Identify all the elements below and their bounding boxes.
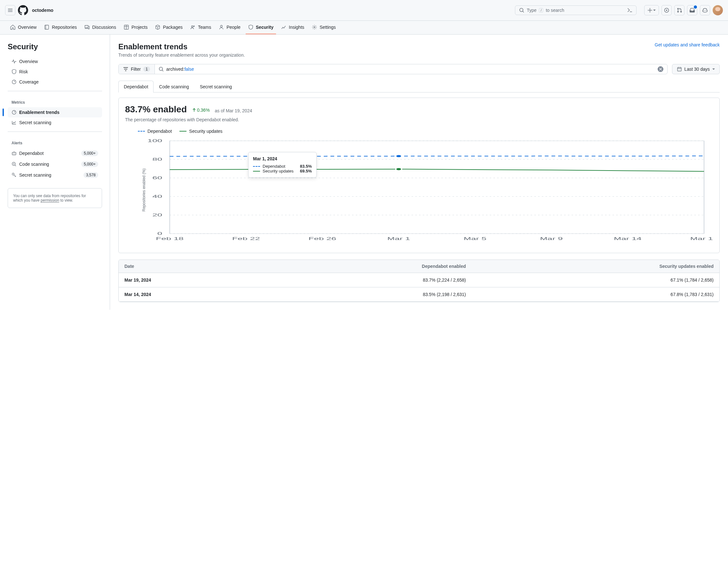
legend-security-updates: Security updates <box>179 129 222 134</box>
issue-icon <box>664 8 669 13</box>
nav-teams[interactable]: Teams <box>188 21 214 34</box>
tab-secret-scanning[interactable]: Secret scanning <box>194 81 237 93</box>
pull-requests-button[interactable] <box>674 5 684 15</box>
search-icon <box>159 67 164 72</box>
nav-overview[interactable]: Overview <box>8 21 39 34</box>
sidebar-secret-scanning[interactable]: Secret scanning3,578 <box>8 170 102 180</box>
sidebar-enablement-trends[interactable]: Enablement trends <box>8 107 102 118</box>
nav-people[interactable]: People <box>216 21 243 34</box>
search-placeholder-prefix: Type <box>527 8 537 13</box>
svg-point-7 <box>191 26 193 27</box>
copilot-button[interactable] <box>700 5 710 15</box>
security-sidebar: Security Overview Risk Coverage Metrics … <box>0 34 110 310</box>
clear-filter-button[interactable] <box>658 66 664 72</box>
hamburger-menu-button[interactable] <box>5 5 15 15</box>
feedback-link[interactable]: Get updates and share feedback <box>655 42 720 47</box>
nav-security[interactable]: Security <box>246 21 276 34</box>
project-icon <box>124 25 129 30</box>
sidebar-code-scanning[interactable]: Code scanning5,000+ <box>8 159 102 170</box>
svg-text:Mar 1: Mar 1 <box>387 236 410 241</box>
key-icon <box>11 173 17 178</box>
sidebar-coverage[interactable]: Coverage <box>8 77 102 87</box>
filter-icon <box>123 67 128 72</box>
svg-rect-2 <box>45 25 49 29</box>
inbox-icon <box>690 8 695 13</box>
sidebar-risk[interactable]: Risk <box>8 67 102 77</box>
sidebar-overview[interactable]: Overview <box>8 56 102 67</box>
person-icon <box>219 25 224 30</box>
svg-line-18 <box>15 165 16 166</box>
permission-info-box: You can only see data from repositories … <box>8 188 102 208</box>
issues-button[interactable] <box>661 5 672 15</box>
svg-point-10 <box>314 27 315 28</box>
create-new-button[interactable] <box>644 5 659 15</box>
page-subtitle: Trends of security feature enablement ac… <box>118 52 720 58</box>
sidebar-title: Security <box>8 42 102 51</box>
github-logo[interactable] <box>18 5 28 15</box>
filter-button[interactable]: Filter 1 <box>119 64 155 74</box>
sidebar-secret-scanning-metrics[interactable]: Secret scanning <box>8 118 102 128</box>
svg-text:Mar 19: Mar 19 <box>690 236 713 241</box>
meter-icon <box>11 79 17 84</box>
table-row: Mar 19, 202483.7% (2,224 / 2,658)67.1% (… <box>119 273 719 287</box>
svg-point-19 <box>14 164 15 165</box>
nav-discussions[interactable]: Discussions <box>82 21 119 34</box>
date-range-button[interactable]: Last 30 days <box>672 64 720 74</box>
caret-down-icon <box>712 68 715 70</box>
nav-repositories[interactable]: Repositories <box>42 21 79 34</box>
codescan-icon <box>11 161 17 167</box>
permission-link[interactable]: permission <box>41 198 59 203</box>
search-icon <box>519 8 524 13</box>
user-avatar[interactable] <box>713 5 723 15</box>
svg-text:Mar 9: Mar 9 <box>540 236 563 241</box>
table-row: Mar 14, 202483.5% (2,198 / 2,631)67.8% (… <box>119 287 719 302</box>
svg-point-15 <box>13 153 14 154</box>
repo-icon <box>44 25 49 30</box>
tab-dependabot[interactable]: Dependabot <box>118 81 154 93</box>
svg-rect-13 <box>12 152 16 155</box>
gear-icon <box>312 25 317 30</box>
sidebar-metrics-label: Metrics <box>8 95 102 107</box>
col-security-updates[interactable]: Security updates enabled <box>472 260 719 273</box>
nav-packages[interactable]: Packages <box>153 21 185 34</box>
svg-point-16 <box>15 153 15 154</box>
pulse-icon <box>11 59 17 64</box>
dependabot-count: 5,000+ <box>81 150 98 156</box>
sidebar-dependabot[interactable]: Dependabot5,000+ <box>8 148 102 159</box>
caret-down-icon <box>653 9 656 11</box>
svg-text:Feb 18: Feb 18 <box>156 236 184 241</box>
tooltip-date: Mar 1, 2024 <box>253 156 312 161</box>
meter-icon <box>11 110 17 115</box>
dependabot-icon <box>11 151 17 156</box>
enablement-table: Date Dependabot enabled Security updates… <box>118 259 720 302</box>
global-search[interactable]: Type / to search <box>515 5 636 15</box>
shield-icon <box>11 69 17 74</box>
nav-settings[interactable]: Settings <box>309 21 338 34</box>
code-scanning-count: 5,000+ <box>81 161 98 167</box>
command-palette-icon <box>627 8 632 13</box>
x-icon <box>659 68 662 71</box>
notifications-button[interactable] <box>687 5 697 15</box>
nav-projects[interactable]: Projects <box>121 21 150 34</box>
page-title: Enablement trends <box>118 42 187 51</box>
svg-text:Mar 14: Mar 14 <box>614 236 642 241</box>
svg-rect-21 <box>677 68 681 71</box>
col-dependabot[interactable]: Dependabot enabled <box>262 260 471 273</box>
filter-input[interactable]: archived:false <box>155 64 667 74</box>
col-date[interactable]: Date <box>119 260 262 273</box>
home-icon <box>10 25 15 30</box>
svg-text:80: 80 <box>152 157 162 161</box>
copilot-icon <box>702 8 707 13</box>
search-placeholder-suffix: to search <box>546 8 564 13</box>
package-icon <box>155 25 160 30</box>
svg-text:Mar 5: Mar 5 <box>464 236 486 241</box>
org-name[interactable]: octodemo <box>32 8 53 13</box>
arrow-up-icon <box>192 108 197 112</box>
search-kbd: / <box>539 8 543 12</box>
tab-code-scanning[interactable]: Code scanning <box>154 81 194 93</box>
svg-text:40: 40 <box>152 194 162 198</box>
hamburger-icon <box>8 8 13 13</box>
graph-icon <box>11 120 17 125</box>
svg-point-9 <box>220 25 222 27</box>
nav-insights[interactable]: Insights <box>279 21 307 34</box>
